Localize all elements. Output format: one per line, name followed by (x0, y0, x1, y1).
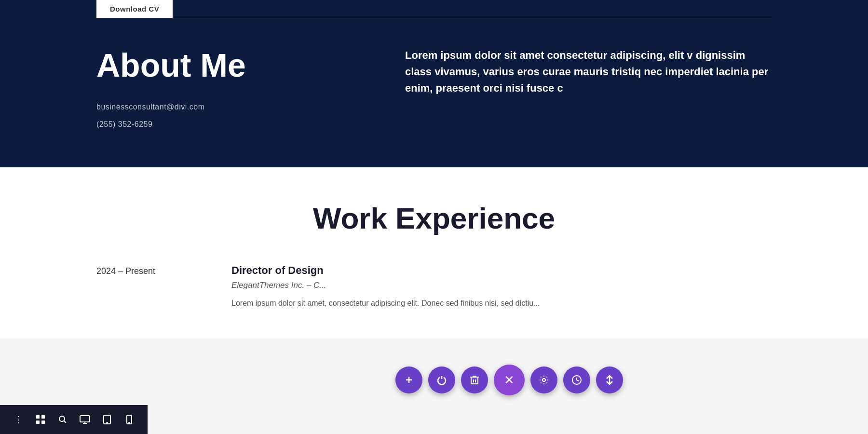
mobile-icon[interactable] (121, 411, 138, 428)
svg-rect-6 (80, 416, 90, 422)
svg-point-4 (59, 416, 65, 421)
svg-rect-2 (36, 420, 40, 424)
work-company: ElegantThemes Inc. – C... (231, 281, 772, 290)
work-position: Director of Design (231, 264, 772, 277)
work-entry: 2024 – Present Director of Design Elegan… (96, 264, 772, 310)
svg-rect-0 (36, 415, 40, 419)
stats-fab[interactable] (596, 366, 623, 393)
settings-fab[interactable] (530, 366, 557, 393)
work-description: Lorem ipsum dolor sit amet, consectetur … (231, 297, 772, 310)
tablet-icon[interactable] (98, 411, 116, 428)
svg-rect-13 (471, 377, 478, 384)
about-right-column: Lorem ipsum dolor sit amet consectetur a… (386, 47, 772, 96)
search-icon[interactable] (54, 411, 71, 428)
add-fab[interactable]: + (395, 366, 422, 393)
download-cv-button[interactable]: Download CV (96, 0, 173, 18)
desktop-icon[interactable] (76, 411, 94, 428)
about-title: About Me (96, 47, 386, 83)
about-email: businessconsultant@divi.com (96, 103, 386, 111)
delete-fab[interactable] (461, 366, 488, 393)
about-phone: (255) 352-6259 (96, 120, 386, 129)
work-entry-details: Director of Design ElegantThemes Inc. – … (231, 264, 772, 310)
floating-action-buttons: + ✕ (395, 365, 623, 395)
svg-point-12 (129, 422, 130, 423)
power-fab[interactable] (428, 366, 455, 393)
svg-point-10 (107, 422, 108, 423)
about-left-column: About Me businessconsultant@divi.com (25… (96, 47, 386, 129)
bottom-toolbar: ⋮ (0, 405, 148, 434)
close-fab[interactable]: ✕ (494, 365, 525, 395)
work-experience-section: Work Experience 2024 – Present Director … (0, 167, 868, 339)
about-description: Lorem ipsum dolor sit amet consectetur a… (405, 47, 772, 96)
work-section-title: Work Experience (96, 201, 772, 235)
svg-line-5 (64, 421, 67, 423)
history-fab[interactable] (563, 366, 590, 393)
svg-point-16 (542, 379, 545, 381)
svg-rect-3 (41, 420, 45, 424)
svg-rect-1 (41, 415, 45, 419)
grid-icon[interactable] (32, 411, 49, 428)
menu-dots-icon[interactable]: ⋮ (10, 411, 27, 428)
about-section: About Me businessconsultant@divi.com (25… (0, 18, 868, 167)
work-date: 2024 – Present (96, 264, 193, 276)
